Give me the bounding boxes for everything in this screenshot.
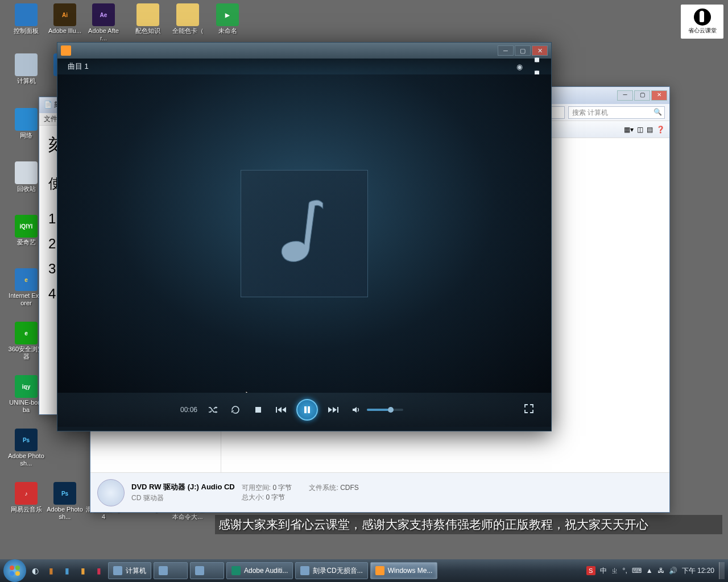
svg-rect-0 [255, 407, 261, 413]
svg-rect-2 [304, 406, 307, 413]
taskbar-task[interactable] [154, 562, 188, 579]
desktop-icon[interactable]: 控制面板 [8, 3, 44, 35]
music-note-icon [270, 194, 338, 273]
pinned-icon[interactable]: ◐ [28, 564, 42, 577]
view-icon[interactable]: ▦▾ [624, 126, 634, 134]
taskbar-task[interactable]: Windows Me... [370, 562, 438, 579]
close-button[interactable]: ✕ [532, 45, 548, 56]
volume-slider[interactable] [367, 409, 403, 411]
media-player-window: ─ ▢ ✕ 曲目 1 ◉ ▝▘▗▖ 00:06 [57, 42, 552, 431]
expand-icon[interactable]: ▝▘▗▖ [532, 58, 541, 75]
taskbar-task[interactable] [190, 562, 224, 579]
pinned-icon[interactable]: ▮ [76, 564, 90, 577]
svg-point-6 [15, 566, 20, 570]
mute-button[interactable] [349, 402, 363, 417]
desktop-icon[interactable]: ▶未命名 [209, 3, 246, 35]
desktop-icon[interactable]: PsAdobe Photosh... [47, 482, 83, 521]
network-icon[interactable]: 🖧 [657, 567, 664, 575]
svg-rect-4 [337, 407, 338, 413]
fullscreen-button[interactable] [524, 404, 534, 416]
view-icon[interactable]: ◫ [637, 126, 643, 134]
show-desktop-button[interactable] [719, 562, 725, 579]
svg-rect-3 [308, 406, 310, 413]
taskbar-task[interactable]: Adobe Auditi... [226, 562, 293, 579]
play-pause-button[interactable] [296, 399, 318, 421]
selected-title: DVD RW 驱动器 (J:) Audio CD [131, 482, 235, 492]
explorer-details-pane: DVD RW 驱动器 (J:) Audio CD CD 驱动器 可用空间: 0 … [90, 472, 669, 512]
system-tray: S 中 ㄓ °, ⌨ ▲ 🖧 🔊 下午 12:20 [586, 562, 725, 579]
pinned-icon[interactable]: ▮ [44, 564, 58, 577]
search-icon[interactable]: 🔍 [653, 108, 662, 116]
desktop-icon[interactable]: PsAdobe Photosh... [8, 429, 44, 467]
volume-icon[interactable]: 🔊 [669, 567, 677, 575]
desktop-icon[interactable]: ♪网易云音乐 [8, 482, 44, 513]
svg-point-7 [10, 571, 14, 576]
wmp-logo-icon [61, 45, 71, 56]
disc-icon[interactable]: ◉ [516, 63, 523, 71]
clock[interactable]: 下午 12:20 [682, 566, 714, 576]
desktop-icon[interactable]: 配色知识 [130, 3, 166, 35]
taskbar-task[interactable]: 刻录CD无损音... [295, 562, 367, 579]
pinned-icon[interactable]: ▮ [60, 564, 74, 577]
start-button[interactable] [3, 559, 26, 582]
ime-input-icon[interactable]: ⌨ [632, 567, 642, 575]
minimize-button[interactable]: ─ [498, 45, 514, 56]
desktop-icon[interactable]: 全能色卡（ [169, 3, 206, 35]
player-controls: 00:06 [57, 393, 551, 427]
next-button[interactable] [326, 402, 341, 417]
ime-lang[interactable]: 中 [600, 566, 607, 576]
svg-point-8 [15, 571, 20, 576]
pinned-icon[interactable]: ▮ [92, 564, 106, 577]
visualization-area [57, 74, 551, 393]
album-art-placeholder [241, 170, 368, 297]
ime-mode[interactable]: ㄓ [611, 566, 618, 576]
svg-point-5 [10, 566, 14, 570]
classroom-logo: 省心云课堂 [681, 5, 723, 39]
help-icon[interactable]: ❓ [656, 126, 665, 134]
wmp-titlebar[interactable]: ─ ▢ ✕ [57, 43, 551, 59]
desktop-icon[interactable]: AiAdobe Illu... [47, 3, 83, 35]
stop-button[interactable] [251, 402, 266, 417]
maximize-button[interactable]: ▢ [634, 90, 650, 101]
maximize-button[interactable]: ▢ [515, 45, 531, 56]
shuffle-button[interactable] [205, 402, 220, 417]
ime-icon[interactable]: S [586, 566, 595, 575]
ime-punct-icon[interactable]: °, [623, 567, 627, 575]
view-icon[interactable]: ▤ [647, 126, 653, 134]
previous-button[interactable] [274, 402, 288, 417]
close-button[interactable]: ✕ [651, 90, 667, 101]
track-title: 曲目 1 [68, 61, 89, 72]
video-subtitle: 感谢大家来到省心云课堂，感谢大家支持蔡伟强老师的正版教程，祝大家天天开心 [215, 515, 722, 534]
tray-flag-icon[interactable]: ▲ [646, 567, 653, 575]
taskbar: ◐ ▮ ▮ ▮ ▮ 计算机Adobe Auditi...刻录CD无损音...Wi… [0, 559, 728, 582]
disc-icon [97, 479, 125, 506]
repeat-button[interactable] [228, 402, 243, 417]
search-input[interactable]: 搜索 计算机🔍 [568, 106, 665, 119]
desktop-icon[interactable]: 计算机 [8, 53, 44, 85]
desktop-icon[interactable]: AeAdobe After... [85, 3, 122, 42]
svg-rect-1 [276, 407, 277, 413]
taskbar-task[interactable]: 计算机 [108, 562, 151, 579]
minimize-button[interactable]: ─ [617, 90, 633, 101]
elapsed-time: 00:06 [180, 406, 197, 414]
